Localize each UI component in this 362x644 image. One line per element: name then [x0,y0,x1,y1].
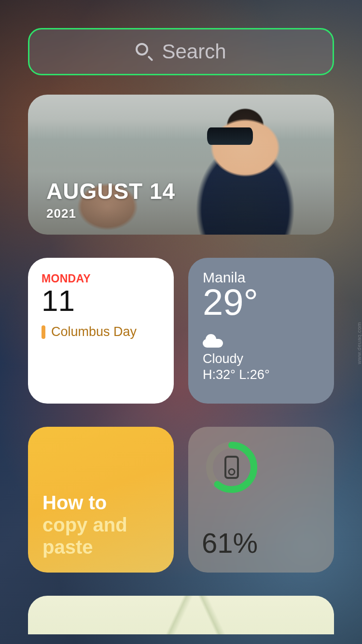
weather-condition: Cloudy [203,351,320,366]
watermark: www.deuaq.com [356,322,362,364]
maps-widget[interactable] [28,596,334,634]
phone-icon [224,456,239,479]
notes-widget[interactable]: How to copy and paste [28,427,174,573]
battery-widget[interactable]: 61% [188,427,334,573]
calendar-widget[interactable]: MONDAY 11 Columbus Day [28,258,174,404]
photos-widget[interactable]: AUGUST 14 2021 [28,95,334,235]
battery-ring [205,440,259,494]
weather-widget[interactable]: Manila 29° Cloudy H:32° L:26° [188,258,334,404]
weather-temp: 29° [203,284,320,321]
weather-hilo: H:32° L:26° [203,367,320,382]
notes-line1: How to [42,492,159,514]
photos-date: AUGUST 14 [46,178,175,204]
notes-line2: copy and paste [42,514,159,558]
search-field[interactable]: Search [28,28,334,75]
photos-year: 2021 [46,206,175,221]
photo-subject [207,127,253,145]
calendar-daynum: 11 [42,283,160,318]
search-icon [136,43,153,60]
calendar-event: Columbus Day [51,324,137,339]
cloud-icon [203,334,223,348]
battery-percent: 61% [202,527,320,559]
search-placeholder: Search [162,40,226,63]
event-color-bar [42,325,45,339]
